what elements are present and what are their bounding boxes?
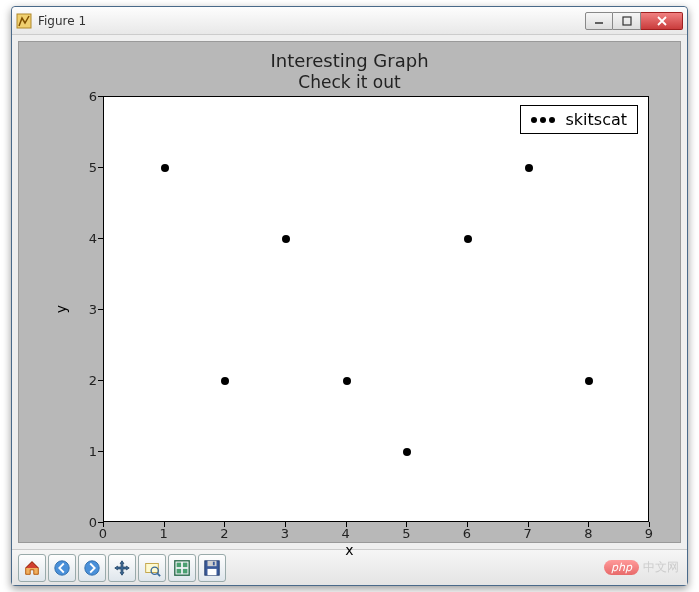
minimize-button[interactable] [585,12,613,30]
legend-marker-icon [531,117,555,123]
svg-rect-10 [183,562,188,567]
home-icon [23,559,41,577]
data-point [221,377,229,385]
legend-label: skitscat [565,110,627,129]
y-tick-label: 3 [83,302,97,317]
y-tick-mark [98,309,103,310]
y-tick-mark [98,238,103,239]
y-tick-mark [98,380,103,381]
svg-rect-12 [183,568,188,573]
y-tick-mark [98,522,103,523]
x-tick-label: 6 [463,526,471,541]
y-tick-label: 2 [83,373,97,388]
app-icon [16,13,32,29]
window-buttons [585,12,683,30]
legend[interactable]: skitscat [520,105,638,134]
y-tick-label: 0 [83,515,97,530]
x-tick-label: 5 [402,526,410,541]
figure-window: Figure 1 Interesting Graph Check it out … [11,6,688,586]
data-point [282,235,290,243]
y-tick-label: 6 [83,89,97,104]
close-button[interactable] [641,12,683,30]
subplots-icon [173,559,191,577]
svg-rect-16 [213,561,215,565]
x-tick-label: 8 [584,526,592,541]
x-tick-mark [649,522,650,527]
x-tick-label: 1 [160,526,168,541]
x-tick-label: 2 [220,526,228,541]
data-point [585,377,593,385]
x-tick-label: 9 [645,526,653,541]
svg-rect-9 [177,562,182,567]
y-tick-mark [98,167,103,168]
data-point [161,164,169,172]
x-tick-mark [346,522,347,527]
x-tick-mark [406,522,407,527]
maximize-button[interactable] [613,12,641,30]
plot-area[interactable]: skitscat [103,96,649,522]
svg-rect-11 [177,568,182,573]
data-point [343,377,351,385]
arrow-right-icon [83,559,101,577]
chart-subtitle: Check it out [19,72,680,92]
data-point [403,448,411,456]
save-icon [203,559,221,577]
x-axis-label: x [19,542,680,558]
y-axis-label: y [57,96,65,522]
x-tick-mark [164,522,165,527]
minimize-icon [594,16,604,26]
svg-rect-14 [208,560,217,565]
x-tick-label: 0 [99,526,107,541]
zoom-rect-icon [143,559,161,577]
move-icon [113,559,131,577]
x-tick-mark [588,522,589,527]
window-title: Figure 1 [38,14,585,28]
y-tick-label: 1 [83,444,97,459]
close-icon [656,15,668,27]
x-tick-mark [467,522,468,527]
x-tick-label: 3 [281,526,289,541]
x-tick-mark [528,522,529,527]
x-tick-mark [224,522,225,527]
svg-point-3 [55,560,69,574]
x-tick-mark [285,522,286,527]
y-tick-label: 4 [83,231,97,246]
svg-point-4 [85,560,99,574]
x-tick-label: 7 [524,526,532,541]
titlebar[interactable]: Figure 1 [12,7,687,35]
data-point [464,235,472,243]
svg-rect-2 [623,17,631,25]
x-tick-label: 4 [342,526,350,541]
y-tick-mark [98,96,103,97]
arrow-left-icon [53,559,71,577]
svg-line-7 [157,573,160,576]
maximize-icon [622,16,632,26]
figure-canvas: Interesting Graph Check it out y x skits… [18,41,681,543]
data-point [525,164,533,172]
svg-rect-15 [208,568,217,574]
x-tick-mark [103,522,104,527]
y-tick-label: 5 [83,160,97,175]
y-tick-mark [98,451,103,452]
chart-title: Interesting Graph [19,50,680,71]
